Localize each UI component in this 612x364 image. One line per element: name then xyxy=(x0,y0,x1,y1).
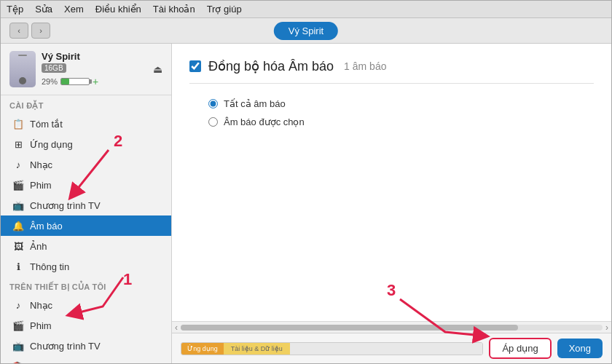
sidebar-item-label: Ảnh xyxy=(30,241,47,252)
tv-icon: 📺 xyxy=(12,199,24,211)
nav-buttons: ‹ › xyxy=(9,23,50,39)
storage-bar-area: Ứng dụng Tài liệu & Dữ liệu Áp dụng Xong xyxy=(172,333,611,363)
back-button[interactable]: ‹ xyxy=(9,23,28,39)
sidebar-item-chuong-trinh-tv[interactable]: 📺 Chương trình TV xyxy=(1,195,171,215)
toolbar: ‹ › Vý Spirit xyxy=(1,18,611,44)
device-button[interactable]: Vý Spirit xyxy=(274,22,338,40)
scroll-area: ‹ › xyxy=(172,321,611,333)
sidebar-item-thong-tin[interactable]: ℹ Thông tin xyxy=(1,256,171,277)
seg-apps-label: Ứng dụng xyxy=(186,345,219,352)
seg-data-label: Tài liệu & Dữ liệu xyxy=(230,345,284,352)
sidebar-item-label: Ứng dụng xyxy=(30,139,73,150)
sync-label: Đồng bộ hóa Âm báo xyxy=(208,58,334,74)
phim-device-icon: 🎬 xyxy=(12,320,24,331)
sync-header: Đồng bộ hóa Âm báo 1 âm báo xyxy=(189,58,594,84)
battery-tip xyxy=(90,79,92,84)
sidebar-item-label: Phim xyxy=(30,320,52,331)
sync-count: 1 âm báo xyxy=(344,60,386,72)
sach-icon: 📚 xyxy=(12,360,24,363)
battery-percent: 29% xyxy=(42,77,58,86)
phim-icon: 🎬 xyxy=(12,179,24,191)
sidebar-item-phim-device[interactable]: 🎬 Phim xyxy=(1,315,171,336)
device-header: Vý Spirit 16GB 29% + ⏏ xyxy=(1,44,171,95)
sidebar: Vý Spirit 16GB 29% + ⏏ Cài đặt 📋 xyxy=(1,44,172,363)
device-name: Vý Spirit xyxy=(42,51,147,62)
tv-device-icon: 📺 xyxy=(12,340,24,352)
sync-checkbox[interactable] xyxy=(189,60,201,72)
am-bao-icon: 🔔 xyxy=(12,220,24,232)
sidebar-item-label: Âm báo xyxy=(30,221,63,232)
menu-tro-giup[interactable]: Trợ giúp xyxy=(207,4,242,15)
sidebar-item-label: Chương trình TV xyxy=(30,200,101,211)
device-storage: 16GB xyxy=(42,63,66,73)
sidebar-item-chuong-trinh-tv-device[interactable]: 📺 Chương trình TV xyxy=(1,336,171,356)
tom-tat-icon: 📋 xyxy=(12,118,24,130)
forward-button[interactable]: › xyxy=(31,23,50,39)
sidebar-item-label: Phim xyxy=(30,180,52,191)
nhac-icon: ♪ xyxy=(12,159,24,170)
storage-bar: Ứng dụng Tài liệu & Dữ liệu xyxy=(181,342,483,355)
sidebar-item-nhac[interactable]: ♪ Nhạc xyxy=(1,154,171,175)
sidebar-item-label: Nhạc xyxy=(30,159,52,170)
sidebar-item-sach[interactable]: 📚 Sách xyxy=(1,356,171,363)
menu-sua[interactable]: Sửa xyxy=(35,4,52,15)
apply-button[interactable]: Áp dụng xyxy=(489,338,551,359)
sidebar-item-nhac-device[interactable]: ♪ Nhạc xyxy=(1,295,171,315)
sidebar-item-tom-tat[interactable]: 📋 Tóm tắt xyxy=(1,114,171,134)
sidebar-item-label: Tóm tắt xyxy=(30,119,63,130)
sidebar-item-label: Sách xyxy=(30,361,52,364)
sidebar-item-label: Chương trình TV xyxy=(30,341,101,352)
thong-tin-icon: ℹ xyxy=(12,261,24,272)
sync-icon[interactable]: ⏏ xyxy=(153,63,162,75)
sidebar-item-am-bao[interactable]: 🔔 Âm báo xyxy=(1,215,171,236)
battery-row: 29% + xyxy=(42,76,147,87)
device-info: Vý Spirit 16GB 29% + xyxy=(42,51,147,87)
sidebar-item-anh[interactable]: 🖼 Ảnh xyxy=(1,236,171,256)
menu-tep[interactable]: Tệp xyxy=(7,4,23,15)
scroll-track[interactable] xyxy=(181,325,603,331)
storage-seg-apps: Ứng dụng xyxy=(181,343,224,355)
nhac-device-icon: ♪ xyxy=(12,299,24,311)
charging-icon: + xyxy=(93,76,98,87)
device-section-label: Trên Thiết bị của tôi xyxy=(1,277,171,295)
radio-all-input[interactable] xyxy=(208,99,218,108)
device-icon xyxy=(9,51,36,87)
main-area: Vý Spirit 16GB 29% + ⏏ Cài đặt 📋 xyxy=(1,44,611,363)
anh-icon: 🖼 xyxy=(12,240,24,252)
radio-all-label: Tất cả âm báo xyxy=(224,98,286,109)
storage-seg-free xyxy=(290,343,483,355)
sidebar-item-ung-dung[interactable]: ⊞ Ứng dụng xyxy=(1,134,171,154)
sidebar-item-label: Thông tin xyxy=(30,261,69,272)
sidebar-item-label: Nhạc xyxy=(30,300,52,311)
radio-selected-input[interactable] xyxy=(208,117,218,127)
battery-fill xyxy=(61,79,69,84)
menu-tai-khoan[interactable]: Tài khoản xyxy=(153,4,195,15)
radio-all[interactable]: Tất cả âm báo xyxy=(208,98,594,109)
scroll-right-arrow[interactable]: › xyxy=(605,323,608,333)
ung-dung-icon: ⊞ xyxy=(12,138,24,150)
storage-seg-data: Tài liệu & Dữ liệu xyxy=(224,343,290,355)
battery-bar xyxy=(60,78,90,85)
done-button[interactable]: Xong xyxy=(557,339,603,358)
sidebar-item-phim[interactable]: 🎬 Phim xyxy=(1,175,171,195)
setup-section-label: Cài đặt xyxy=(1,95,171,114)
radio-selected-label: Âm báo được chọn xyxy=(224,116,305,127)
menubar: Tệp Sửa Xem Điều khiển Tài khoản Trợ giú… xyxy=(1,1,611,18)
content-inner: Đồng bộ hóa Âm báo 1 âm báo Tất cả âm bá… xyxy=(172,44,611,321)
content-area: Đồng bộ hóa Âm báo 1 âm báo Tất cả âm bá… xyxy=(172,44,611,363)
menu-xem[interactable]: Xem xyxy=(64,4,84,15)
radio-group: Tất cả âm báo Âm báo được chọn xyxy=(189,98,594,127)
radio-selected[interactable]: Âm báo được chọn xyxy=(208,116,594,127)
menu-dieu-khien[interactable]: Điều khiển xyxy=(95,4,141,15)
scroll-thumb xyxy=(181,325,518,331)
scroll-left-arrow[interactable]: ‹ xyxy=(175,323,178,333)
